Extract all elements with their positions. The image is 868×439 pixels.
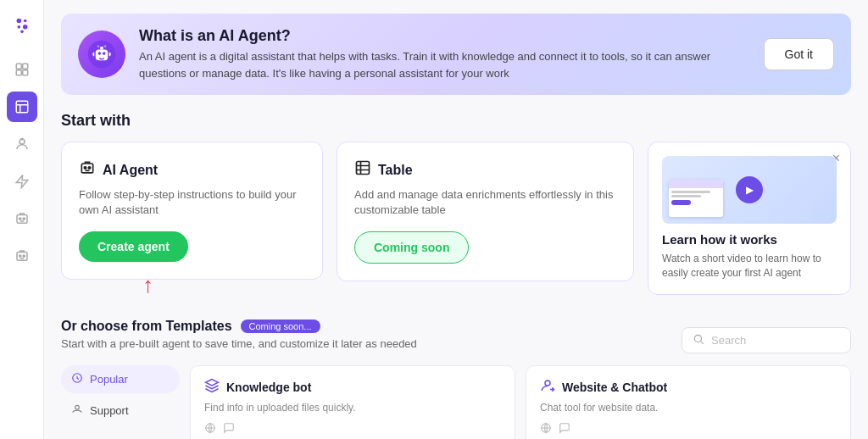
support-icon xyxy=(71,403,83,418)
sidebar-icon-flash[interactable] xyxy=(7,166,37,197)
svg-point-2 xyxy=(17,25,20,29)
svg-rect-12 xyxy=(17,215,27,224)
svg-rect-15 xyxy=(17,253,27,261)
svg-point-4 xyxy=(20,31,24,34)
agent-card-title-row: AI Agent xyxy=(79,159,305,181)
sidebar-icon-layers[interactable] xyxy=(7,54,37,85)
play-button[interactable]: ▶ xyxy=(736,176,763,203)
mascot-icon xyxy=(78,31,125,78)
table-card-title-row: Table xyxy=(354,159,616,181)
start-with-heading: Start with xyxy=(61,112,851,130)
learn-video-thumbnail[interactable]: ▶ xyxy=(662,156,837,224)
svg-point-11 xyxy=(21,138,23,140)
website-chatbot-title: Website & Chatbot xyxy=(562,381,667,394)
agent-card-description: Follow step-by-step instructions to buil… xyxy=(79,187,305,218)
svg-point-1 xyxy=(23,19,26,23)
templates-title: Or choose from Templates xyxy=(61,319,232,334)
create-agent-button[interactable]: Create agent xyxy=(79,231,188,262)
ai-agent-card: AI Agent Follow step-by-step instruction… xyxy=(61,142,323,280)
search-icon xyxy=(693,333,704,347)
svg-rect-5 xyxy=(16,64,21,69)
knowledge-bot-title: Knowledge bot xyxy=(226,381,311,394)
filter-popular[interactable]: Popular xyxy=(61,365,180,393)
svg-point-26 xyxy=(84,167,86,169)
templates-left: Or choose from Templates Coming soon... … xyxy=(61,319,417,362)
sidebar-icon-logo[interactable] xyxy=(7,10,37,41)
svg-point-29 xyxy=(694,335,701,342)
website-chatbot-chat-icon xyxy=(559,422,570,436)
knowledge-bot-icon xyxy=(204,378,220,397)
sidebar-icon-agents[interactable] xyxy=(7,92,37,122)
agent-card-wrapper: AI Agent Follow step-by-step instruction… xyxy=(61,142,323,280)
svg-line-30 xyxy=(701,342,704,344)
learn-card-description: Watch a short video to learn how to easi… xyxy=(662,252,837,281)
template-card-knowledge-bot: Knowledge bot Find info in uploaded file… xyxy=(190,365,515,439)
filter-popular-label: Popular xyxy=(90,373,128,386)
website-chatbot-description: Chat tool for website data. xyxy=(540,402,837,414)
coming-soon-button[interactable]: Coming soon xyxy=(354,231,469,264)
filter-support[interactable]: Support xyxy=(61,397,180,425)
svg-point-34 xyxy=(545,381,550,386)
coming-soon-badge: Coming soon... xyxy=(241,320,320,333)
knowledge-bot-title-row: Knowledge bot xyxy=(204,378,501,397)
templates-search-area: Search xyxy=(682,327,851,353)
cards-row: AI Agent Follow step-by-step instruction… xyxy=(61,142,851,295)
website-chatbot-title-row: Website & Chatbot xyxy=(540,378,837,397)
table-card-icon xyxy=(354,159,371,181)
svg-point-13 xyxy=(19,218,20,220)
templates-title-row: Or choose from Templates Coming soon... xyxy=(61,319,417,334)
templates-description: Start with a pre-built agent to save tim… xyxy=(61,337,417,350)
svg-point-14 xyxy=(23,218,25,220)
sidebar xyxy=(0,0,44,439)
filter-support-label: Support xyxy=(90,404,129,417)
sidebar-icon-bot3[interactable] xyxy=(7,241,37,271)
banner-title: What is an AI Agent? xyxy=(139,27,750,45)
svg-rect-6 xyxy=(22,64,27,69)
svg-point-16 xyxy=(19,255,20,257)
table-card-title: Table xyxy=(378,163,413,178)
svg-point-0 xyxy=(16,19,20,24)
knowledge-bot-icons-row xyxy=(204,422,501,436)
svg-rect-7 xyxy=(16,70,21,75)
search-bar[interactable]: Search xyxy=(682,327,851,353)
svg-rect-28 xyxy=(357,162,370,175)
sidebar-icon-bot2[interactable] xyxy=(7,203,37,234)
popular-icon xyxy=(71,372,83,386)
learn-how-card: × ▶ Learn how it works Watch a short vid… xyxy=(648,142,851,295)
banner-description: An AI agent is a digital assistant that … xyxy=(139,48,750,81)
svg-rect-22 xyxy=(100,47,103,50)
svg-rect-23 xyxy=(97,45,100,47)
svg-rect-8 xyxy=(22,70,27,75)
banner-text-block: What is an AI Agent? An AI agent is a di… xyxy=(139,27,750,81)
main-content: What is an AI Agent? An AI agent is a di… xyxy=(44,0,868,439)
svg-point-17 xyxy=(23,255,25,257)
knowledge-bot-chat-icon xyxy=(223,422,235,436)
agent-card-title: AI Agent xyxy=(103,163,158,178)
svg-rect-21 xyxy=(103,52,106,55)
website-chatbot-icons-row xyxy=(540,422,837,436)
table-card: Table Add and manage data enrichments ef… xyxy=(337,142,634,281)
svg-rect-9 xyxy=(16,101,28,113)
svg-rect-25 xyxy=(81,164,92,173)
got-it-button[interactable]: Got it xyxy=(764,38,834,70)
svg-point-32 xyxy=(75,405,80,409)
website-chatbot-globe-icon xyxy=(540,422,552,436)
website-chatbot-icon xyxy=(540,378,555,397)
knowledge-bot-description: Find info in uploaded files quickly. xyxy=(204,402,501,414)
info-banner: What is an AI Agent? An AI agent is a di… xyxy=(61,14,851,95)
svg-point-3 xyxy=(22,25,26,30)
svg-rect-24 xyxy=(104,45,107,47)
templates-section-header: Or choose from Templates Coming soon... … xyxy=(61,319,851,362)
sidebar-icon-bot1[interactable] xyxy=(7,129,37,159)
svg-rect-20 xyxy=(98,52,102,55)
agent-card-icon xyxy=(79,159,96,181)
template-card-website-chatbot: Website & Chatbot Chat tool for website … xyxy=(526,365,851,439)
knowledge-bot-globe-icon xyxy=(204,422,216,436)
red-arrow-indicator: ↑ xyxy=(142,272,153,298)
table-card-description: Add and manage data enrichments effortle… xyxy=(354,187,616,218)
svg-point-27 xyxy=(88,167,91,169)
template-filters: Popular Support xyxy=(61,365,180,439)
templates-row: Popular Support Knowledge bot Find xyxy=(61,365,851,439)
search-placeholder-text: Search xyxy=(711,334,746,347)
learn-card-title: Learn how it works xyxy=(662,232,837,247)
